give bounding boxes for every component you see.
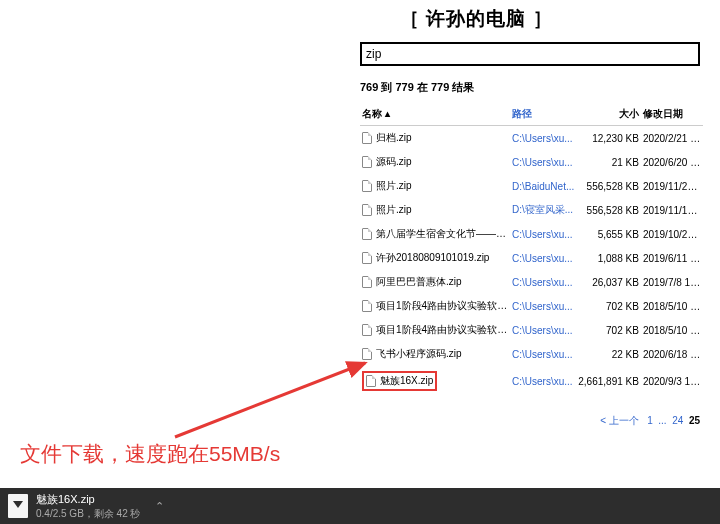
file-icon (362, 348, 372, 360)
table-row[interactable]: 项目1阶段4路由协议实验软件...C:\Users\xu...702 KB201… (360, 294, 703, 318)
table-row[interactable]: 阿里巴巴普惠体.zipC:\Users\xu...26,037 KB2019/7… (360, 270, 703, 294)
cell-name: 飞书小程序源码.zip (360, 342, 510, 366)
cell-name: 项目1阶段4路由协议实验软件... (360, 318, 510, 342)
pager-page[interactable]: 24 (672, 415, 683, 426)
file-icon (366, 375, 376, 387)
download-file-icon (8, 494, 28, 518)
file-name: 飞书小程序源码.zip (376, 348, 462, 359)
pager-ellipsis: ... (658, 415, 666, 426)
cell-name: 源码.zip (360, 150, 510, 174)
pagination: < 上一个 1 ... 24 25 (360, 414, 700, 428)
table-row[interactable]: 飞书小程序源码.zipC:\Users\xu...22 KB2020/6/18 … (360, 342, 703, 366)
cell-path[interactable]: C:\Users\xu... (510, 318, 576, 342)
annotation-text: 文件下载，速度跑在55MB/s (20, 440, 280, 468)
cell-size: 12,230 KB (576, 126, 641, 151)
table-row[interactable]: 第八届学生宿舍文化节——寝...C:\Users\xu...5,655 KB20… (360, 222, 703, 246)
cell-size: 26,037 KB (576, 270, 641, 294)
file-name: 许孙20180809101019.zip (376, 252, 489, 263)
file-icon (362, 180, 372, 192)
col-header-path[interactable]: 路径 (510, 103, 576, 126)
results-count: 769 到 779 在 779 结果 (360, 80, 720, 95)
file-name: 阿里巴巴普惠体.zip (376, 276, 462, 287)
cell-date: 2020/2/21 1... (641, 126, 703, 151)
cell-size: 22 KB (576, 342, 641, 366)
cell-size: 2,661,891 KB (576, 366, 641, 396)
download-status: 0.4/2.5 GB，剩余 42 秒 (36, 507, 141, 520)
cell-date: 2020/9/3 13:... (641, 366, 703, 396)
cell-date: 2020/6/18 1... (641, 342, 703, 366)
results-table: 名称 ▴ 路径 大小 修改日期 归档.zipC:\Users\xu...12,2… (360, 103, 703, 396)
file-name: 照片.zip (376, 180, 412, 191)
cell-path[interactable]: D:\BaiduNet... (510, 174, 576, 198)
page-title: ［ 许孙的电脑 ］ (400, 6, 720, 32)
cell-path[interactable]: D:\寝室风采... (510, 198, 576, 222)
cell-size: 556,528 KB (576, 174, 641, 198)
download-filename: 魅族16X.zip (36, 492, 141, 506)
table-row[interactable]: 照片.zipD:\寝室风采...556,528 KB2019/11/12 ... (360, 198, 703, 222)
cell-name: 许孙20180809101019.zip (360, 246, 510, 270)
file-name: 归档.zip (376, 132, 412, 143)
cell-path[interactable]: C:\Users\xu... (510, 270, 576, 294)
file-name: 照片.zip (376, 204, 412, 215)
table-row[interactable]: 源码.zipC:\Users\xu...21 KB2020/6/20 2... (360, 150, 703, 174)
table-row[interactable]: 魅族16X.zipC:\Users\xu...2,661,891 KB2020/… (360, 366, 703, 396)
table-row[interactable]: 项目1阶段4路由协议实验软件...C:\Users\xu...702 KB201… (360, 318, 703, 342)
cell-size: 556,528 KB (576, 198, 641, 222)
table-row[interactable]: 归档.zipC:\Users\xu...12,230 KB2020/2/21 1… (360, 126, 703, 151)
cell-date: 2018/5/10 1... (641, 318, 703, 342)
cell-date: 2019/7/8 11:19 (641, 270, 703, 294)
table-row[interactable]: 照片.zipD:\BaiduNet...556,528 KB2019/11/27… (360, 174, 703, 198)
cell-path[interactable]: C:\Users\xu... (510, 222, 576, 246)
cell-date: 2020/6/20 2... (641, 150, 703, 174)
table-row[interactable]: 许孙20180809101019.zipC:\Users\xu...1,088 … (360, 246, 703, 270)
download-item[interactable]: 魅族16X.zip 0.4/2.5 GB，剩余 42 秒 (36, 492, 141, 519)
cell-path[interactable]: C:\Users\xu... (510, 366, 576, 396)
pager-prev[interactable]: < 上一个 (600, 415, 639, 426)
file-icon (362, 252, 372, 264)
file-name: 第八届学生宿舍文化节——寝... (376, 228, 510, 239)
col-header-size[interactable]: 大小 (576, 103, 641, 126)
file-icon (362, 228, 372, 240)
cell-date: 2019/6/11 2... (641, 246, 703, 270)
cell-size: 1,088 KB (576, 246, 641, 270)
cell-name: 照片.zip (360, 198, 510, 222)
cell-path[interactable]: C:\Users\xu... (510, 126, 576, 151)
file-icon (362, 132, 372, 144)
cell-size: 5,655 KB (576, 222, 641, 246)
pager-page[interactable]: 1 (647, 415, 653, 426)
cell-date: 2019/11/27 ... (641, 174, 703, 198)
search-results-page: ［ 许孙的电脑 ］ 769 到 779 在 779 结果 名称 ▴ 路径 大小 … (0, 0, 720, 428)
file-icon (362, 156, 372, 168)
col-header-name[interactable]: 名称 ▴ (360, 103, 510, 126)
file-name: 源码.zip (376, 156, 412, 167)
table-header-row: 名称 ▴ 路径 大小 修改日期 (360, 103, 703, 126)
col-header-date[interactable]: 修改日期 (641, 103, 703, 126)
cell-path[interactable]: C:\Users\xu... (510, 294, 576, 318)
cell-path[interactable]: C:\Users\xu... (510, 246, 576, 270)
search-input[interactable] (360, 42, 700, 66)
cell-name: 魅族16X.zip (360, 366, 510, 396)
file-icon (362, 276, 372, 288)
cell-size: 702 KB (576, 318, 641, 342)
cell-size: 21 KB (576, 150, 641, 174)
cell-path[interactable]: C:\Users\xu... (510, 342, 576, 366)
file-name: 项目1阶段4路由协议实验软件... (376, 324, 510, 335)
cell-date: 2019/11/12 ... (641, 198, 703, 222)
cell-date: 2019/10/23 ... (641, 222, 703, 246)
file-icon (362, 324, 372, 336)
chevron-up-icon[interactable]: ⌃ (155, 500, 164, 513)
cell-date: 2018/5/10 1... (641, 294, 703, 318)
cell-name: 阿里巴巴普惠体.zip (360, 270, 510, 294)
cell-path[interactable]: C:\Users\xu... (510, 150, 576, 174)
cell-name: 项目1阶段4路由协议实验软件... (360, 294, 510, 318)
download-bar: 魅族16X.zip 0.4/2.5 GB，剩余 42 秒 ⌃ (0, 488, 720, 524)
cell-size: 702 KB (576, 294, 641, 318)
cell-name: 照片.zip (360, 174, 510, 198)
pager-current: 25 (689, 415, 700, 426)
file-name: 魅族16X.zip (380, 375, 433, 386)
cell-name: 第八届学生宿舍文化节——寝... (360, 222, 510, 246)
file-icon (362, 204, 372, 216)
sort-asc-icon: ▴ (385, 108, 390, 119)
cell-name: 归档.zip (360, 126, 510, 151)
file-name: 项目1阶段4路由协议实验软件... (376, 300, 510, 311)
